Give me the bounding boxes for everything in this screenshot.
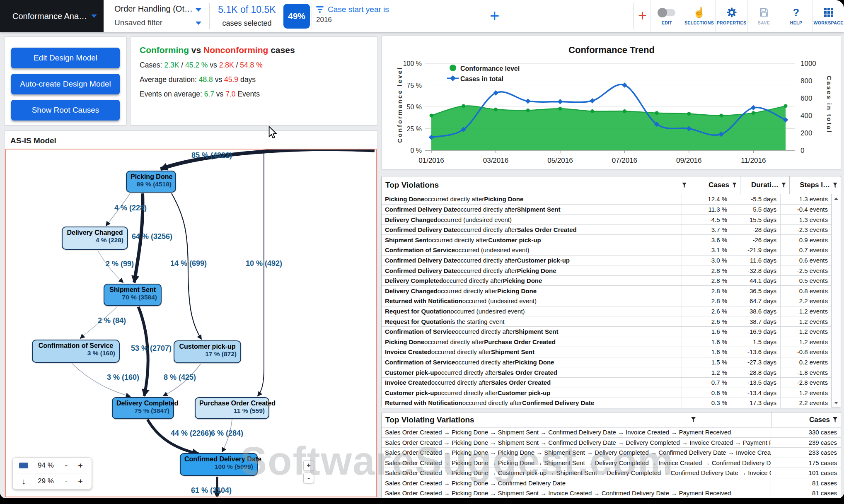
edge-label: 2 % (99) [106, 260, 134, 268]
violation-row[interactable]: Confirmed Delivery Date occurred directl… [382, 265, 832, 276]
show-root-causes-button[interactable]: Show Root Causes [11, 100, 120, 121]
chevron-down-icon[interactable] [196, 22, 201, 25]
violation-row[interactable]: Confirmed Delivery Date occurred directl… [382, 205, 832, 215]
stat-line: Average duration: 48.8 vs 45.9 days [140, 75, 377, 84]
process-node-purchase-order-created[interactable]: Purchase Order Created11 % (559) [195, 397, 269, 419]
violation-row[interactable]: Picking Done occurred directly after Pic… [382, 194, 832, 205]
col-duration: Durati… [751, 181, 779, 189]
workspace-button[interactable]: WORKSPACE [812, 0, 844, 32]
toolbar: EDIT☝SELECTIONSPROPERTIESSAVE?HELPWORKSP… [651, 0, 844, 32]
edit-design-model-button[interactable]: Edit Design Model [11, 48, 120, 68]
svg-text:100 %: 100 % [403, 60, 422, 67]
violation-row[interactable]: Picking Done occurred directly after Pur… [382, 337, 832, 347]
variation-row[interactable]: Sales Order Created → Picking Done → Pic… [382, 448, 841, 458]
variation-row[interactable]: Sales Order Created → Picking Done → Pic… [382, 458, 841, 468]
violation-row[interactable]: Confirmation of Service occurred directl… [382, 357, 832, 368]
add-component-button[interactable]: + [638, 8, 647, 23]
process-node-shipment-sent[interactable]: Shipment Sent70 % (3584) [104, 284, 162, 306]
filter-chip-label: Case start year is [328, 5, 389, 14]
violation-row[interactable]: Invoice Created occurred directly after … [382, 347, 832, 357]
chevron-down-icon[interactable] [196, 8, 201, 12]
violation-row[interactable]: Customer pick-up occurred directly after… [382, 367, 832, 378]
edge-label: 2 % (84) [98, 316, 126, 325]
process-edge[interactable] [258, 150, 264, 396]
save-button[interactable]: SAVE [747, 0, 780, 32]
app-title: Conformance Ana… [12, 12, 87, 21]
scroll-up-icon[interactable] [832, 194, 841, 203]
process-node-picking-done[interactable]: Picking Done89 % (4518) [126, 171, 176, 193]
node-threshold-value: 94 % [38, 461, 59, 470]
violation-row[interactable]: Returned with Notification occurred (und… [382, 296, 832, 306]
add-filter-button[interactable]: + [490, 7, 499, 24]
process-node-delivery-changed[interactable]: Delivery Changed4 % (228) [62, 227, 128, 250]
violation-row[interactable]: Invoice Created occurred directly after … [382, 378, 832, 388]
edge-arrow-icon: ↓ [19, 477, 29, 485]
filter-funnel-icon[interactable] [682, 183, 687, 188]
variations-title: Top Violating Variations [385, 415, 474, 424]
app-window: Conformance Ana… Order Handling (Ot… Uns… [0, 0, 844, 498]
process-node-customer-pick-up[interactable]: Customer pick-up17 % (872) [174, 340, 241, 363]
variation-row[interactable]: Sales Order Created → Picking Done → Shi… [382, 438, 841, 448]
edge-threshold-decrease-button[interactable]: - [59, 477, 73, 486]
stat-line: Events on average: 6.7 vs 7.0 Events [140, 90, 377, 99]
node-swatch-icon [19, 463, 29, 468]
edge-threshold-increase-button[interactable]: + [73, 477, 87, 486]
divider [633, 3, 634, 29]
edit-button[interactable]: EDIT [651, 0, 683, 32]
selections-button[interactable]: ☝SELECTIONS [683, 0, 715, 32]
variation-row[interactable]: Sales Order Created → Picking Done → Shi… [382, 488, 841, 498]
col-steps: Steps I… [800, 181, 830, 189]
process-model-canvas[interactable]: 85 % (4322)4 % (228)64 % (3256)2 % (99)1… [5, 149, 377, 497]
filter-funnel-icon[interactable] [833, 183, 837, 188]
process-node-confirmation-of-service[interactable]: Confirmation of Service3 % (160) [32, 340, 120, 363]
process-node-delivery-completed[interactable]: Delivery Completed75 % (3847) [112, 397, 174, 419]
node-threshold-decrease-button[interactable]: - [59, 461, 73, 470]
legend-conformance-level: Conformance level [460, 65, 520, 72]
design-actions-panel: Edit Design Model Auto-create Design Mod… [4, 36, 127, 125]
auto-create-design-model-button[interactable]: Auto-create Design Model [11, 74, 120, 94]
violation-row[interactable]: Returned with Notification occurred dire… [382, 398, 832, 408]
variation-row[interactable]: Sales Order Created → Picking Done → Con… [382, 478, 841, 489]
violation-row[interactable]: Confirmation of Service occurred directl… [382, 327, 832, 337]
zoom-out-button[interactable]: - [303, 473, 314, 483]
divider [209, 3, 210, 29]
violation-row[interactable]: Confirmed Delivery Date occurred directl… [382, 256, 832, 266]
variation-row[interactable]: Sales Order Created → Picking Done → Cus… [382, 468, 841, 478]
violation-row[interactable]: Request for Quotation occurred (undesire… [382, 306, 832, 317]
scrollbar[interactable] [831, 194, 841, 408]
question-icon: ? [793, 7, 799, 18]
node-threshold-increase-button[interactable]: + [73, 461, 87, 470]
filter-funnel-icon[interactable] [691, 417, 696, 422]
filter-funnel-icon[interactable] [781, 183, 786, 188]
violation-row[interactable]: Request for Quotation is the starting ev… [382, 316, 832, 327]
stat-line: Cases: 2.3K / 45.2 % vs 2.8K / 54.8 % [140, 61, 377, 70]
variation-row[interactable]: Sales Order Created → Picking Done → Shi… [382, 427, 841, 438]
scroll-down-icon[interactable] [832, 398, 841, 408]
violation-row[interactable]: Confirmation of Service occurred (undesi… [382, 245, 832, 256]
filter-funnel-icon[interactable] [732, 183, 737, 188]
violation-row[interactable]: Confirmed Delivery Date occurred directl… [382, 225, 832, 235]
help-button[interactable]: ?HELP [780, 0, 812, 32]
svg-text:400: 400 [800, 112, 812, 120]
as-is-model-panel: AS-IS Model 85 % (4322)4 % (228)64 % (32… [4, 130, 378, 498]
divider [312, 3, 312, 29]
violation-row[interactable]: Delivery Completed occurred directly aft… [382, 276, 832, 286]
filter-state-selector[interactable]: Unsaved filter [114, 18, 162, 27]
dataset-selector[interactable]: Order Handling (Ot… [114, 4, 193, 14]
svg-text:1000: 1000 [800, 60, 816, 68]
svg-text:01/2016: 01/2016 [418, 157, 444, 164]
model-legend: 94 % - + ↓ 29 % - + [12, 457, 92, 490]
violation-row[interactable]: Shipment Sent occurred directly after Cu… [382, 235, 832, 245]
edge-threshold-value: 29 % [38, 477, 59, 485]
zoom-in-button[interactable]: + [303, 460, 314, 471]
violation-row[interactable]: Delivery Changed occurred (undesired eve… [382, 215, 832, 225]
violation-row[interactable]: Delivery Changed occurred directly after… [382, 286, 832, 296]
top-violating-variations-panel: Top Violating Variations Cases Sales Ord… [381, 412, 841, 498]
violation-row[interactable]: Customer pick-up occurred directly after… [382, 388, 832, 398]
process-node-confirmed-delivery-date[interactable]: Confirmed Delivery Date100 % (5099) [180, 453, 258, 476]
properties-button[interactable]: PROPERTIES [715, 0, 747, 32]
col-cases: Cases [709, 181, 729, 189]
svg-text:0: 0 [800, 147, 804, 154]
app-switcher[interactable]: Conformance Ana… [0, 0, 104, 32]
filter-funnel-icon[interactable] [833, 417, 837, 422]
